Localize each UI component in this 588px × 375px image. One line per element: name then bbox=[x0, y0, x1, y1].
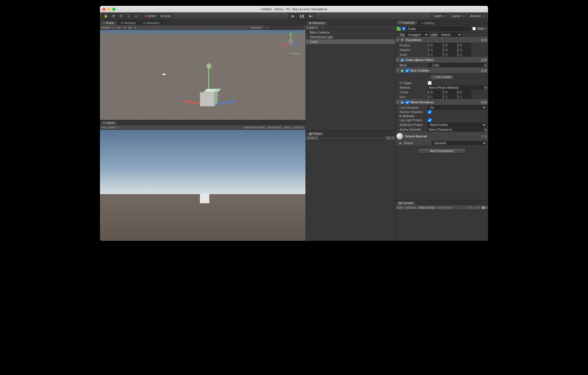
account-dropdown[interactable]: Account bbox=[467, 14, 486, 19]
size-y-input[interactable] bbox=[445, 95, 457, 99]
project-create-button[interactable]: Create bbox=[307, 137, 315, 139]
maximize-on-play-toggle[interactable]: Maximize on Play bbox=[244, 126, 265, 129]
tab-lighting[interactable]: ≡Lighting bbox=[418, 21, 438, 25]
lighting-toggle[interactable]: ☀ bbox=[123, 26, 126, 29]
help-icon[interactable]: ◫ bbox=[481, 69, 484, 72]
console-clear-button[interactable]: Clear bbox=[397, 206, 403, 209]
cast-shadows-dropdown[interactable]: On bbox=[428, 105, 487, 110]
center-x-input[interactable] bbox=[430, 90, 442, 94]
gear-icon[interactable]: ⚙ bbox=[484, 135, 487, 138]
pos-y-input[interactable] bbox=[445, 43, 457, 47]
aspect-dropdown[interactable]: Free Aspect bbox=[101, 126, 115, 129]
tab-console[interactable]: ▤Console bbox=[395, 201, 416, 205]
layout-dropdown[interactable]: Layout bbox=[449, 14, 466, 19]
object-picker-icon[interactable]: ◎ bbox=[485, 64, 487, 67]
scale-z-input[interactable] bbox=[460, 53, 471, 57]
project-filter-icon[interactable]: ⁂ bbox=[387, 137, 390, 139]
hierarchy-search-input[interactable] bbox=[318, 26, 394, 29]
stats-toggle[interactable]: Stats bbox=[284, 126, 290, 129]
layer-dropdown[interactable]: Default bbox=[439, 33, 462, 37]
hierarchy-item-main-camera[interactable]: Main Camera bbox=[306, 30, 395, 35]
shader-dropdown[interactable]: Standard bbox=[432, 141, 487, 145]
center-z-input[interactable] bbox=[460, 90, 471, 94]
help-icon[interactable]: ◫ bbox=[481, 101, 484, 104]
projection-label[interactable]: ≡ Persp bbox=[289, 52, 300, 55]
material-header[interactable]: Default-Material ◫⚙ bbox=[395, 132, 488, 141]
info-filter-toggle[interactable]: ⓘ0 bbox=[468, 206, 472, 209]
object-picker-icon[interactable]: ◎ bbox=[485, 86, 487, 89]
pivot-center-button[interactable]: Center bbox=[142, 14, 158, 19]
rot-z-input[interactable] bbox=[460, 48, 471, 52]
close-window-button[interactable] bbox=[102, 8, 106, 11]
hierarchy-create-button[interactable]: Create bbox=[307, 26, 315, 29]
scene-search-input[interactable] bbox=[263, 26, 304, 29]
gear-icon[interactable]: ⚙ bbox=[484, 101, 487, 104]
console-collapse-toggle[interactable]: Collapse bbox=[405, 206, 416, 209]
maximize-window-button[interactable] bbox=[112, 8, 116, 11]
mesh-renderer-component-header[interactable]: ▼ ▦ Mesh Renderer ◫⚙ bbox=[395, 99, 488, 105]
light-probes-checkbox[interactable] bbox=[428, 118, 432, 122]
hand-tool[interactable]: ✋ bbox=[102, 14, 110, 19]
error-filter-toggle[interactable]: ⬤0 bbox=[482, 206, 487, 209]
gear-icon[interactable]: ⚙ bbox=[484, 69, 487, 72]
tag-dropdown[interactable]: Untagged bbox=[405, 33, 429, 37]
layers-dropdown[interactable]: Layers bbox=[431, 14, 448, 19]
hierarchy-item-cube[interactable]: Cube bbox=[306, 39, 395, 44]
transform-component-header[interactable]: ▼ ⤧ Transform ◫⚙ bbox=[395, 37, 488, 43]
gear-icon[interactable]: ⚙ bbox=[484, 38, 487, 42]
gameobject-active-checkbox[interactable] bbox=[402, 27, 405, 30]
orientation-gizmo[interactable]: y x z bbox=[282, 33, 300, 51]
materials-foldout[interactable]: ▶Materials bbox=[395, 114, 488, 118]
mesh-renderer-enabled-checkbox[interactable] bbox=[405, 100, 409, 104]
console-clear-on-play-toggle[interactable]: Clear on Play bbox=[418, 206, 436, 209]
is-trigger-checkbox[interactable] bbox=[428, 81, 432, 85]
pivot-local-button[interactable]: Local bbox=[158, 14, 173, 19]
pos-z-input[interactable] bbox=[460, 43, 471, 47]
hierarchy-item-directional-light[interactable]: Directional Light bbox=[306, 35, 395, 39]
tab-animation[interactable]: ◷Animation bbox=[140, 21, 163, 25]
scene-viewport[interactable]: ☀ ☁ y x z bbox=[100, 30, 305, 120]
material-fold-icon[interactable]: ▶ bbox=[400, 142, 401, 144]
receive-shadows-checkbox[interactable] bbox=[428, 110, 432, 114]
rot-y-input[interactable] bbox=[445, 48, 457, 52]
2d-toggle[interactable]: 2D bbox=[117, 26, 121, 29]
tab-project[interactable]: ▤Project bbox=[306, 132, 325, 136]
y-axis-handle[interactable] bbox=[208, 64, 209, 90]
gizmos-dropdown[interactable]: Gizmos bbox=[250, 26, 260, 29]
step-button[interactable]: ▶| bbox=[306, 14, 315, 19]
tab-scene[interactable]: ⌗Scene bbox=[100, 21, 117, 25]
scale-tool[interactable]: ⤢ bbox=[125, 14, 133, 19]
project-search-input[interactable] bbox=[318, 136, 385, 140]
mute-audio-toggle[interactable]: Mute audio bbox=[268, 126, 281, 129]
scale-x-input[interactable] bbox=[430, 53, 442, 57]
static-checkbox[interactable] bbox=[472, 27, 476, 30]
project-save-icon[interactable]: ✎ bbox=[392, 137, 394, 139]
gameobject-name-input[interactable] bbox=[407, 26, 471, 31]
game-gizmos-dropdown[interactable]: Gizmos bbox=[293, 126, 302, 129]
help-icon[interactable]: ◫ bbox=[481, 38, 484, 42]
warning-filter-toggle[interactable]: ▲0 bbox=[475, 206, 480, 209]
gear-icon[interactable]: ⚙ bbox=[484, 58, 487, 62]
audio-toggle[interactable]: 🔊 bbox=[128, 26, 131, 29]
fx-toggle[interactable]: ▭ bbox=[134, 26, 136, 29]
game-viewport[interactable] bbox=[100, 130, 305, 241]
minimize-window-button[interactable] bbox=[107, 8, 111, 11]
play-button[interactable]: ▶ bbox=[289, 14, 298, 19]
pause-button[interactable]: ❚❚ bbox=[298, 14, 306, 19]
size-z-input[interactable] bbox=[460, 95, 471, 99]
move-tool[interactable]: ✥ bbox=[110, 14, 117, 19]
size-x-input[interactable] bbox=[430, 95, 442, 99]
tab-hierarchy[interactable]: ≣Hierarchy bbox=[306, 21, 328, 25]
add-component-button[interactable]: Add Component bbox=[418, 148, 466, 154]
object-picker-icon[interactable]: ◎ bbox=[485, 128, 487, 131]
rect-tool[interactable]: ▭ bbox=[133, 14, 140, 19]
rot-x-input[interactable] bbox=[430, 48, 442, 52]
help-icon[interactable]: ◫ bbox=[481, 58, 484, 62]
anchor-override-field[interactable] bbox=[428, 127, 483, 132]
help-icon[interactable]: ◫ bbox=[481, 135, 484, 138]
box-collider-component-header[interactable]: ▼ ◉ Box Collider ◫⚙ bbox=[395, 68, 488, 73]
scale-y-input[interactable] bbox=[445, 53, 457, 57]
camera-gizmo[interactable]: ☁ bbox=[162, 71, 166, 76]
shading-mode-dropdown[interactable]: Shaded bbox=[101, 26, 110, 29]
rotate-tool[interactable]: ⟳ bbox=[117, 14, 125, 19]
